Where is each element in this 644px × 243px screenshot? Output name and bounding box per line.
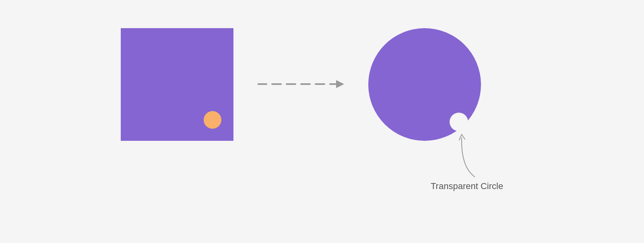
square-shape (121, 28, 233, 141)
annotation-arrow-icon (457, 133, 481, 179)
orange-dot (204, 111, 221, 129)
annotation-label: Transparent Circle (431, 181, 503, 192)
dashed-arrow-icon (258, 78, 346, 90)
transparent-cutout (450, 113, 468, 131)
circle-shape (368, 28, 481, 141)
